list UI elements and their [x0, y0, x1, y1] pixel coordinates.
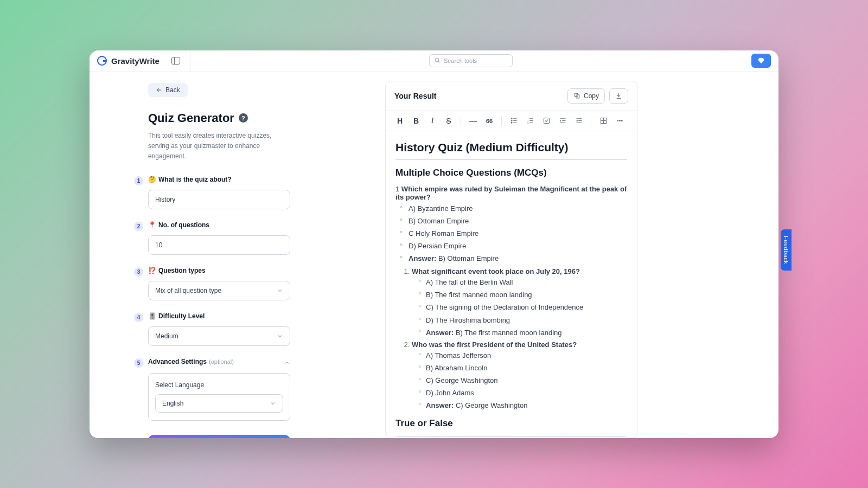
label-difficulty: 🎚️ Difficulty Level: [148, 312, 369, 320]
label-text: No. of questions: [158, 221, 209, 229]
heading-button[interactable]: H: [392, 113, 407, 129]
q2-opt-d: D) The Hiroshima bombing: [418, 315, 627, 326]
q1-opt-b: B) Ottoman Empire: [403, 216, 627, 227]
select-difficulty[interactable]: Medium: [148, 326, 290, 346]
search-placeholder: Search tools: [444, 57, 477, 64]
select-value: Mix of all question type: [155, 287, 221, 294]
step-5: 5: [134, 358, 143, 368]
left-pane: Back Quiz Generator ? This tool easily c…: [90, 72, 385, 438]
chevron-up-icon: [284, 358, 290, 365]
ordered-list-button[interactable]: 123: [522, 113, 538, 129]
copy-button[interactable]: Copy: [567, 88, 605, 104]
advanced-body: Select Language English: [148, 373, 290, 421]
emoji-icon: 🤔: [148, 176, 156, 183]
table-button[interactable]: [596, 113, 611, 129]
label-advanced: Advanced Settings (optional): [148, 358, 234, 365]
q1-opt-c: C Holy Roman Empire: [403, 228, 627, 239]
select-types[interactable]: Mix of all question type: [148, 281, 290, 300]
right-pane: Your Result Copy H B I: [385, 72, 778, 438]
brand[interactable]: GravityWrite: [97, 56, 159, 66]
optional-text: (optional): [209, 358, 234, 365]
result-header: Your Result Copy: [386, 81, 637, 111]
bold-button[interactable]: B: [409, 113, 424, 129]
outdent-button[interactable]: [555, 113, 570, 129]
step-3: 3: [134, 267, 143, 277]
more-button[interactable]: [612, 113, 627, 129]
diamond-icon: [757, 57, 765, 65]
svg-point-0: [435, 58, 439, 62]
result-h1: History Quiz (Medium Difficulty): [395, 141, 627, 160]
q2-ans: Answer: B) The first manned moon landing: [418, 328, 627, 338]
step-1: 1: [134, 176, 143, 185]
select-language[interactable]: English: [155, 394, 283, 413]
feedback-tab[interactable]: Feedback: [781, 229, 792, 271]
help-icon[interactable]: ?: [239, 113, 248, 123]
input-count[interactable]: 10: [148, 235, 290, 255]
result-card: Your Result Copy H B I: [385, 81, 637, 438]
search-input[interactable]: Search tools: [429, 54, 513, 67]
svg-point-4: [511, 118, 512, 119]
italic-button[interactable]: I: [425, 113, 440, 129]
app-window: GravityWrite Search tools Back Qu: [90, 50, 778, 438]
brand-logo-icon: [97, 56, 107, 66]
header-bar: GravityWrite Search tools: [90, 50, 778, 72]
label-language: Select Language: [155, 381, 283, 389]
bullet-list-button[interactable]: [506, 113, 521, 129]
advanced-header[interactable]: Advanced Settings (optional): [148, 358, 290, 365]
emoji-icon: 🎚️: [148, 312, 156, 320]
back-label: Back: [165, 86, 180, 94]
input-about[interactable]: History: [148, 190, 290, 209]
chevron-down-icon: [277, 287, 283, 294]
result-h2-tf: True or False: [395, 418, 627, 429]
q3-opt-b: B) Abraham Lincoln: [418, 363, 627, 374]
back-button[interactable]: Back: [148, 83, 188, 97]
q3-opt-a: A) Thomas Jefferson: [418, 350, 627, 361]
download-button[interactable]: [609, 88, 628, 104]
checklist-button[interactable]: [539, 113, 554, 129]
search-icon: [434, 57, 441, 65]
label-text: Difficulty Level: [158, 312, 205, 320]
premium-button[interactable]: [751, 54, 771, 68]
form: 1 🤔 What is the quiz about? History 2 📍 …: [148, 176, 369, 438]
field-advanced: 5 Advanced Settings (optional) Select La…: [148, 358, 369, 421]
indent-button[interactable]: [571, 113, 586, 129]
q2-options: A) The fall of the Berlin Wall B) The fi…: [412, 277, 627, 338]
label-count: 📍 No. of questions: [148, 221, 369, 229]
input-value: History: [155, 196, 175, 203]
q1-options: A) Byzantine Empire B) Ottoman Empire C …: [395, 203, 627, 265]
sidebar-toggle-icon[interactable]: [171, 57, 180, 65]
svg-text:3: 3: [527, 121, 528, 124]
select-value: Medium: [155, 332, 178, 340]
field-difficulty: 4 🎚️ Difficulty Level Medium: [148, 312, 369, 346]
create-content-button[interactable]: Create Content: [148, 435, 290, 438]
result-title: Your Result: [394, 92, 437, 100]
search-wrap: Search tools: [190, 54, 751, 67]
svg-point-27: [619, 120, 620, 121]
q2-opt-a: A) The fall of the Berlin Wall: [418, 277, 627, 288]
content: Back Quiz Generator ? This tool easily c…: [90, 72, 778, 438]
label-text: Question types: [158, 267, 206, 274]
q1-opt-a: A) Byzantine Empire: [403, 203, 627, 214]
numbered-questions: What significant event took place on Jul…: [395, 267, 627, 411]
q2-opt-c: C) The signing of the Declaration of Ind…: [418, 302, 627, 313]
brand-name: GravityWrite: [111, 56, 159, 66]
q1: 1 Which empire was ruled by Suleiman the…: [395, 185, 627, 201]
hr-button[interactable]: —: [465, 113, 481, 129]
page-title-text: Quiz Generator: [148, 111, 234, 125]
q3-opt-d: D) John Adams: [418, 388, 627, 399]
result-body[interactable]: History Quiz (Medium Difficulty) Multipl…: [386, 131, 637, 438]
svg-point-26: [617, 120, 618, 121]
quote-button[interactable]: 66: [482, 113, 497, 129]
q3-text: Who was the first President of the Unite…: [412, 341, 577, 349]
feedback-label: Feedback: [783, 236, 789, 264]
download-icon: [615, 92, 622, 99]
q1-opt-d: D) Persian Empire: [403, 241, 627, 252]
result-actions: Copy: [567, 88, 628, 104]
divider: [591, 116, 591, 126]
copy-icon: [573, 92, 580, 99]
strike-button[interactable]: S: [441, 113, 456, 129]
svg-line-1: [438, 61, 440, 63]
q1-ans: Answer: B) Ottoman Empire: [403, 253, 627, 264]
copy-label: Copy: [584, 92, 599, 100]
label-text: What is the quiz about?: [158, 176, 232, 183]
